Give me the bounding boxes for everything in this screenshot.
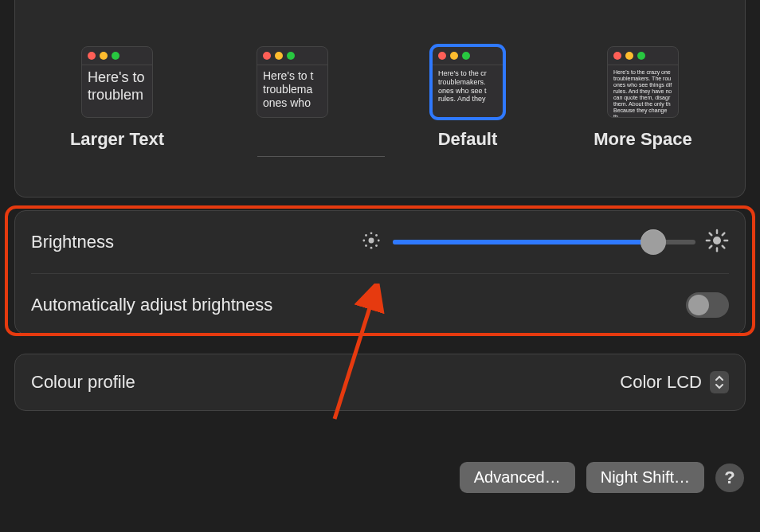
svg-line-14 [710,233,712,236]
resolution-sample: Here's to ttroublemaones who [257,65,327,113]
resolution-option-more-space[interactable]: Here's to the crazy one troublemakers. T… [563,46,723,151]
help-button[interactable]: ? [715,464,744,492]
resolution-label: More Space [594,129,692,151]
svg-line-17 [723,233,725,236]
brightness-label: Brightness [31,232,114,252]
colour-profile-select[interactable]: Color LCD [620,371,729,393]
brightness-section: Brightness Automatically adjust brightne… [14,210,746,334]
resolution-scale-divider [257,156,385,157]
resolution-label: Larger Text [70,129,164,151]
svg-point-5 [365,234,367,237]
svg-point-4 [378,240,380,242]
resolution-option-step-2[interactable]: Here's to ttroublemaones who [213,46,372,151]
chevron-updown-icon [710,371,729,393]
svg-point-7 [365,244,367,247]
advanced-button[interactable]: Advanced… [460,462,575,493]
resolution-option-default[interactable]: Here's to the crtroublemakers.ones who s… [388,46,547,151]
colour-profile-value: Color LCD [620,372,702,393]
svg-point-0 [369,238,374,244]
night-shift-button[interactable]: Night Shift… [586,462,704,493]
brightness-low-icon [359,230,383,254]
resolution-sample: Here's to the crazy one troublemakers. T… [608,65,678,118]
brightness-high-icon [705,229,729,256]
colour-profile-label: Colour profile [31,372,135,393]
svg-point-9 [713,237,721,244]
brightness-slider-thumb[interactable] [641,229,666,255]
svg-line-16 [710,246,712,248]
resolution-sample: Here's to the crtroublemakers.ones who s… [433,65,503,108]
colour-profile-section: Colour profile Color LCD [14,354,746,411]
svg-point-8 [375,244,378,247]
brightness-slider[interactable] [393,240,695,244]
auto-brightness-toggle[interactable] [686,292,729,318]
svg-point-2 [370,247,373,249]
resolution-label: Default [438,129,498,151]
auto-brightness-label: Automatically adjust brightness [31,295,272,315]
svg-point-3 [362,240,365,242]
svg-point-6 [375,234,378,237]
resolution-sample: Here's totroublem [82,65,152,108]
resolution-panel: Here's totroublem Larger Text Here's to … [14,0,746,198]
svg-point-1 [370,232,373,234]
resolution-option-larger-text[interactable]: Here's totroublem Larger Text [37,46,197,151]
svg-line-15 [723,246,725,248]
footer-buttons: Advanced… Night Shift… ? [0,462,744,493]
